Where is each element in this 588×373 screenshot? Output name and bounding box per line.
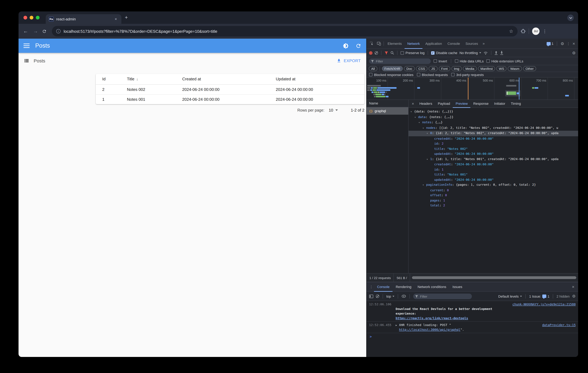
filter-chip-js[interactable]: JS bbox=[429, 66, 438, 71]
drawer-menu-button[interactable]: ⋮ bbox=[368, 285, 374, 289]
devtools-menu-button[interactable]: ⋮ bbox=[567, 42, 570, 45]
log-levels-select[interactable]: Default levels bbox=[498, 294, 522, 298]
close-detail-button[interactable]: × bbox=[409, 101, 417, 106]
filter-chip-media[interactable]: Media bbox=[463, 66, 477, 71]
hide-extension-urls-checkbox[interactable]: Hide extension URLs bbox=[486, 59, 523, 63]
drawer-close-button[interactable]: × bbox=[572, 284, 576, 289]
network-filter-input[interactable] bbox=[369, 58, 431, 64]
filter-chip-all[interactable]: All bbox=[369, 66, 377, 71]
hide-data-urls-checkbox[interactable]: Hide data URLs bbox=[455, 59, 484, 63]
tree-line[interactable]: ▾paginationInfo: {pages: 1, current: 0, … bbox=[409, 182, 578, 188]
console-issues-counter[interactable]: 1 Issue: 1 bbox=[529, 294, 549, 298]
devtools-tab-application[interactable]: Application bbox=[422, 39, 445, 49]
detail-tab-headers[interactable]: Headers bbox=[417, 100, 435, 108]
tree-line[interactable]: ▾0: {id: 2, title: "Notes 002", createdA… bbox=[409, 131, 578, 136]
filter-chip-ws[interactable]: WS bbox=[496, 66, 507, 71]
forward-button[interactable]: → bbox=[32, 28, 39, 34]
address-bar[interactable]: i localhost:5173/#/posts?filter=%7B%7D&o… bbox=[52, 26, 518, 36]
devtools-tab-console[interactable]: Console bbox=[445, 39, 463, 49]
record-network-log-button[interactable] bbox=[369, 51, 372, 55]
tab-search-button[interactable] bbox=[567, 14, 574, 21]
filter-chip-doc[interactable]: Doc bbox=[404, 66, 415, 71]
tree-line[interactable]: id: 1 bbox=[409, 167, 578, 172]
column-header-updated-at[interactable]: Updated at bbox=[269, 74, 364, 84]
zoom-window-button[interactable] bbox=[36, 16, 40, 20]
browser-tab[interactable]: Ra react-admin × bbox=[46, 14, 121, 24]
tree-line[interactable]: current: 0 bbox=[409, 188, 578, 193]
request-list-name-header[interactable]: Name bbox=[367, 100, 408, 107]
detail-tab-initiator[interactable]: Initiator bbox=[491, 100, 508, 108]
tree-line[interactable]: updatedAt: "2024-06-24 00:00:00" bbox=[409, 152, 578, 156]
tree-line[interactable]: ▾data: {notes: {,…}} bbox=[409, 114, 578, 120]
refresh-button[interactable] bbox=[356, 43, 361, 49]
tree-line[interactable]: offset: 0 bbox=[409, 193, 578, 198]
horizontal-scrollbar[interactable] bbox=[410, 274, 578, 282]
tree-expand-icon[interactable]: ▾ bbox=[422, 126, 426, 131]
tree-line[interactable]: ▾notes: {,…} bbox=[409, 120, 578, 125]
devtools-tab-network[interactable]: Network bbox=[405, 39, 423, 49]
invert-checkbox[interactable]: Invert bbox=[434, 59, 447, 63]
tree-expand-icon[interactable]: ▾ bbox=[427, 157, 430, 162]
tab-close-icon[interactable]: × bbox=[113, 17, 118, 21]
throttling-select[interactable]: No throttling bbox=[460, 51, 481, 55]
search-icon[interactable] bbox=[390, 51, 394, 55]
tree-line[interactable]: title: "Notes 002" bbox=[409, 146, 578, 152]
console-message[interactable]: 12:52:06.455▶XHR finished loading: POST … bbox=[367, 322, 578, 333]
tree-line[interactable]: createdAt: "2024-06-24 00:00:00" bbox=[409, 136, 578, 141]
console-sidebar-icon[interactable] bbox=[369, 294, 373, 298]
minimize-window-button[interactable] bbox=[30, 16, 33, 20]
tree-line[interactable]: ▾1: {id: 1, title: "Notes 001", createdA… bbox=[409, 156, 578, 162]
extensions-button[interactable] bbox=[521, 29, 526, 34]
drawer-tab-rendering[interactable]: Rendering bbox=[393, 282, 415, 292]
devtools-tab-elements[interactable]: Elements bbox=[385, 39, 405, 49]
detail-tab-payload[interactable]: Payload bbox=[435, 100, 453, 108]
filter-chip-other[interactable]: Other bbox=[523, 66, 536, 71]
console-filter-input[interactable] bbox=[413, 293, 472, 299]
export-har-icon[interactable] bbox=[500, 51, 503, 55]
live-expression-eye-icon[interactable] bbox=[402, 295, 406, 298]
detail-tab-response[interactable]: Response bbox=[471, 100, 491, 108]
network-conditions-icon[interactable] bbox=[483, 51, 488, 55]
filter-chip-wasm[interactable]: Wasm bbox=[508, 66, 522, 71]
message-source-link[interactable]: dataProvider.ts:15 bbox=[542, 323, 576, 332]
reload-button[interactable] bbox=[42, 29, 49, 33]
devtools-tab-sources[interactable]: Sources bbox=[463, 39, 481, 49]
clear-console-button[interactable] bbox=[376, 295, 379, 298]
request-row-graphql[interactable]: {} graphql bbox=[367, 107, 408, 115]
bookmark-star-icon[interactable]: ☆ bbox=[509, 28, 513, 34]
filter-chip-font[interactable]: Font bbox=[439, 66, 450, 71]
profile-avatar[interactable]: Bill bbox=[532, 28, 539, 35]
tree-line[interactable]: ▾nodes: [{id: 2, title: "Notes 002", cre… bbox=[409, 125, 578, 131]
column-header-title[interactable]: Title↓ bbox=[120, 74, 176, 84]
url-text[interactable]: localhost:5173/#/posts?filter=%7B%7D&ord… bbox=[64, 29, 506, 33]
new-tab-button[interactable]: + bbox=[125, 15, 128, 20]
menu-toggle-button[interactable] bbox=[23, 44, 30, 48]
column-header-id[interactable]: Id bbox=[96, 74, 120, 84]
drawer-tab-network-conditions[interactable]: Network conditions bbox=[414, 282, 449, 292]
browser-menu-button[interactable]: ⋮ bbox=[543, 29, 547, 34]
devtools-settings-button[interactable]: ⚙ bbox=[560, 41, 564, 46]
rows-per-page-select[interactable]: 10 bbox=[329, 108, 338, 112]
tree-line[interactable]: updatedAt: "2024-06-24 00:00:00" bbox=[409, 177, 578, 182]
drawer-tab-console[interactable]: Console bbox=[374, 282, 393, 292]
hidden-messages-label[interactable]: 2 hidden bbox=[556, 294, 569, 298]
site-info-icon[interactable]: i bbox=[56, 29, 61, 33]
tree-line[interactable]: createdAt: "2024-06-24 00:00:00" bbox=[409, 162, 578, 167]
blocked-response-cookies-checkbox[interactable]: Blocked response cookies bbox=[369, 73, 413, 77]
theme-toggle-button[interactable] bbox=[343, 43, 349, 49]
tree-expand-icon[interactable]: ▾ bbox=[410, 110, 414, 114]
close-window-button[interactable] bbox=[23, 16, 27, 20]
console-context-select[interactable]: top bbox=[386, 294, 395, 298]
filter-chip-img[interactable]: Img bbox=[451, 66, 462, 71]
tree-line[interactable]: id: 2 bbox=[409, 141, 578, 146]
filter-chip-manifest[interactable]: Manifest bbox=[478, 66, 495, 71]
issues-counter[interactable]: 1 bbox=[547, 42, 553, 45]
export-button[interactable]: EXPORT bbox=[337, 58, 361, 63]
3rd-party-requests-checkbox[interactable]: 3rd-party requests bbox=[451, 73, 484, 77]
tree-line[interactable]: ▾{data: {notes: {,…}}} bbox=[409, 109, 578, 114]
import-har-icon[interactable] bbox=[494, 51, 498, 55]
back-button[interactable]: ← bbox=[22, 28, 29, 34]
drawer-tab-issues[interactable]: Issues bbox=[449, 282, 465, 292]
message-source-link[interactable]: chunk-NKHXNAYY.js?v=de9e121a:21580 bbox=[513, 302, 576, 320]
device-toolbar-button[interactable] bbox=[375, 41, 383, 46]
